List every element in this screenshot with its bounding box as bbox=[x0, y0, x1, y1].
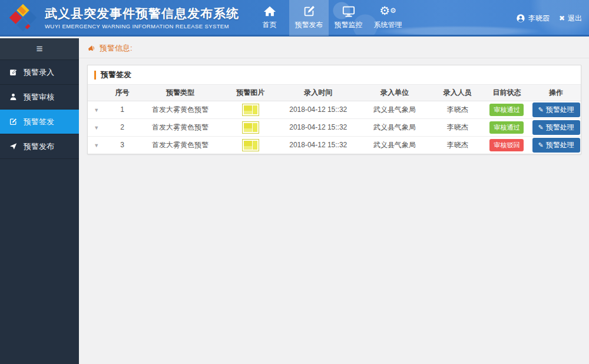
table-row: ▼ 2 首发大雾黄色预警 2018-04-12 15::32 武义县气象局 李晓… bbox=[88, 118, 581, 136]
nav-item-label: 系统管理 bbox=[374, 20, 402, 30]
app-title: 武义县突发事件预警信息发布系统 bbox=[45, 5, 239, 22]
warning-process-button[interactable]: ✎预警处理 bbox=[532, 138, 580, 153]
nav-item-label: 首页 bbox=[263, 20, 277, 30]
col-seq: 序号 bbox=[105, 85, 140, 101]
col-action: 操作 bbox=[531, 85, 581, 101]
status-badge: 审核驳回 bbox=[489, 139, 524, 151]
col-status: 目前状态 bbox=[482, 85, 532, 101]
pencil-square-icon bbox=[9, 68, 17, 76]
menu-icon: ≡ bbox=[36, 42, 42, 55]
main-content: 预警信息: 预警签发 序号 预警类型 预警图片 录入时间 bbox=[79, 38, 589, 364]
nav-item-home[interactable]: 首页 bbox=[250, 0, 289, 36]
nav-item-warning-release[interactable]: 预警发布 bbox=[289, 0, 329, 36]
status-badge: 审核通过 bbox=[489, 121, 524, 134]
app-logo-icon bbox=[7, 3, 39, 32]
cell-time: 2018-04-12 15::32 bbox=[280, 136, 356, 154]
cell-unit: 武义县气象局 bbox=[356, 101, 433, 118]
row-expand-caret-icon[interactable]: ▼ bbox=[94, 125, 99, 131]
cell-type: 首发大雾黄色预警 bbox=[140, 101, 221, 118]
monitor-icon bbox=[342, 5, 355, 18]
cell-unit: 武义县气象局 bbox=[356, 118, 433, 136]
table-header-row: 序号 预警类型 预警图片 录入时间 录入单位 录入人员 目前状态 操作 bbox=[88, 85, 581, 101]
cell-type: 首发大雾黄色预警 bbox=[140, 136, 221, 154]
sidebar-item-label: 预警签发 bbox=[24, 117, 54, 127]
sidebar-item-label: 预警录入 bbox=[24, 67, 54, 78]
pencil-icon: ✎ bbox=[538, 106, 544, 114]
logout-button[interactable]: ✖ 退出 bbox=[559, 14, 582, 24]
col-caret bbox=[88, 85, 105, 101]
col-type: 预警类型 bbox=[140, 85, 221, 101]
home-icon bbox=[263, 5, 276, 18]
warning-process-button[interactable]: ✎预警处理 bbox=[532, 102, 580, 117]
sidebar-item-warning-entry[interactable]: 预警录入 bbox=[0, 60, 79, 85]
breadcrumb: 预警信息: bbox=[79, 38, 589, 58]
current-user[interactable]: 李晓霞 bbox=[516, 14, 550, 24]
col-unit: 录入单位 bbox=[356, 85, 433, 101]
nav-item-warning-monitor[interactable]: 预警监控 bbox=[329, 0, 368, 36]
breadcrumb-label: 预警信息: bbox=[100, 43, 133, 54]
cell-person: 李晓杰 bbox=[433, 118, 482, 136]
table-row: ▼ 3 首发大雾黄色预警 2018-04-12 15::32 武义县气象局 李晓… bbox=[88, 136, 581, 154]
sidebar-item-label: 预警发布 bbox=[24, 141, 54, 152]
col-time: 录入时间 bbox=[280, 85, 356, 101]
sidebar-item-warning-sign[interactable]: 预警签发 bbox=[0, 110, 79, 134]
brand: 武义县突发事件预警信息发布系统 WUYI EMERGENCY WARNING I… bbox=[0, 3, 239, 32]
app-window: 武义县突发事件预警信息发布系统 WUYI EMERGENCY WARNING I… bbox=[0, 0, 589, 364]
col-person: 录入人员 bbox=[433, 85, 482, 101]
pencil-icon: ✎ bbox=[538, 141, 544, 149]
panel-title: 预警签发 bbox=[101, 70, 131, 80]
paper-plane-icon bbox=[9, 143, 17, 150]
pencil-icon: ✎ bbox=[538, 124, 544, 131]
pencil-square-icon bbox=[9, 118, 17, 125]
user-name: 李晓霞 bbox=[528, 14, 550, 24]
warning-process-button[interactable]: ✎预警处理 bbox=[532, 120, 580, 135]
panel-header: 预警签发 bbox=[88, 65, 581, 85]
cell-time: 2018-04-12 15::32 bbox=[280, 101, 356, 118]
top-header: 武义县突发事件预警信息发布系统 WUYI EMERGENCY WARNING I… bbox=[0, 0, 589, 37]
cell-person: 李晓杰 bbox=[433, 136, 482, 154]
row-expand-caret-icon[interactable]: ▼ bbox=[94, 143, 99, 148]
app-subtitle: WUYI EMERGENCY WARNING INFORMATION RELEA… bbox=[45, 23, 239, 29]
brand-text: 武义县突发事件预警信息发布系统 WUYI EMERGENCY WARNING I… bbox=[45, 5, 239, 29]
cell-seq: 1 bbox=[105, 101, 140, 118]
edit-icon bbox=[303, 5, 316, 18]
user-circle-icon bbox=[516, 14, 525, 23]
person-icon bbox=[9, 93, 17, 101]
status-badge: 审核通过 bbox=[489, 104, 524, 116]
nav-item-system-manage[interactable]: ⚙⚙ 系统管理 bbox=[368, 0, 408, 36]
row-expand-caret-icon[interactable]: ▼ bbox=[94, 107, 99, 113]
nav-item-label: 预警监控 bbox=[335, 20, 363, 30]
warning-image-thumbnail[interactable] bbox=[242, 139, 259, 151]
table-row: ▼ 1 首发大雾黄色预警 2018-04-12 15::32 武义县气象局 李晓… bbox=[88, 101, 581, 118]
cell-unit: 武义县气象局 bbox=[356, 136, 433, 154]
warning-table: 序号 预警类型 预警图片 录入时间 录入单位 录入人员 目前状态 操作 ▼ 1 bbox=[88, 85, 581, 154]
gears-icon: ⚙⚙ bbox=[379, 5, 396, 18]
nav-item-label: 预警发布 bbox=[295, 20, 323, 30]
warning-image-thumbnail[interactable] bbox=[242, 121, 259, 134]
sidebar-toggle[interactable]: ≡ bbox=[0, 38, 79, 60]
close-icon: ✖ bbox=[559, 14, 565, 22]
cell-seq: 2 bbox=[105, 118, 140, 136]
logout-label: 退出 bbox=[568, 14, 582, 24]
cell-time: 2018-04-12 15::32 bbox=[280, 118, 356, 136]
user-area: 李晓霞 ✖ 退出 bbox=[516, 0, 582, 37]
sidebar-item-label: 预警审核 bbox=[24, 92, 54, 102]
sidebar: ≡ 预警录入 预警审核 预警签发 bbox=[0, 38, 79, 364]
sidebar-item-warning-review[interactable]: 预警审核 bbox=[0, 85, 79, 110]
cell-type: 首发大雾黄色预警 bbox=[140, 118, 221, 136]
col-image: 预警图片 bbox=[221, 85, 280, 101]
megaphone-icon bbox=[88, 44, 96, 52]
warning-sign-panel: 预警签发 序号 预警类型 预警图片 录入时间 录入单位 录入人员 bbox=[87, 65, 581, 154]
sidebar-item-warning-publish[interactable]: 预警发布 bbox=[0, 134, 79, 159]
accent-bar bbox=[94, 71, 96, 80]
main-nav: 首页 预警发布 预警监控 ⚙⚙ 系统管理 bbox=[250, 0, 408, 36]
warning-image-thumbnail[interactable] bbox=[242, 104, 259, 116]
cell-person: 李晓杰 bbox=[433, 101, 482, 118]
cell-seq: 3 bbox=[105, 136, 140, 154]
